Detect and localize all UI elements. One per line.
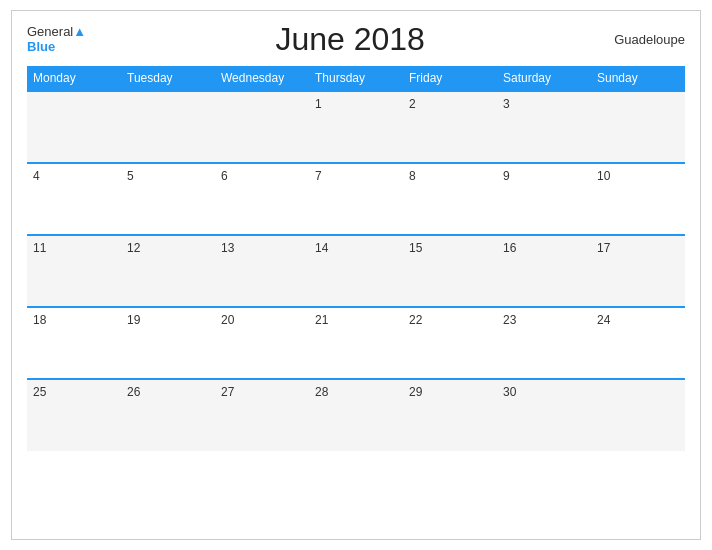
weekday-header-friday: Friday <box>403 66 497 91</box>
calendar-day <box>591 379 685 451</box>
weekday-row: MondayTuesdayWednesdayThursdayFridaySatu… <box>27 66 685 91</box>
calendar-region: Guadeloupe <box>614 32 685 47</box>
week-row-1: 45678910 <box>27 163 685 235</box>
day-number: 20 <box>221 313 234 327</box>
calendar-day <box>27 91 121 163</box>
day-number: 3 <box>503 97 510 111</box>
logo: General▲ Blue <box>27 25 86 54</box>
calendar-day: 18 <box>27 307 121 379</box>
week-row-3: 18192021222324 <box>27 307 685 379</box>
logo-blue: Blue <box>27 39 55 54</box>
calendar-day: 16 <box>497 235 591 307</box>
calendar-day <box>215 91 309 163</box>
calendar-grid: MondayTuesdayWednesdayThursdayFridaySatu… <box>27 66 685 451</box>
calendar-day: 11 <box>27 235 121 307</box>
calendar-day: 30 <box>497 379 591 451</box>
calendar-day: 12 <box>121 235 215 307</box>
calendar-day <box>591 91 685 163</box>
day-number: 25 <box>33 385 46 399</box>
weekday-header-monday: Monday <box>27 66 121 91</box>
day-number: 24 <box>597 313 610 327</box>
week-row-4: 252627282930 <box>27 379 685 451</box>
day-number: 9 <box>503 169 510 183</box>
calendar-day: 2 <box>403 91 497 163</box>
day-number: 11 <box>33 241 46 255</box>
day-number: 16 <box>503 241 516 255</box>
weekday-header-wednesday: Wednesday <box>215 66 309 91</box>
calendar-day: 19 <box>121 307 215 379</box>
day-number: 1 <box>315 97 322 111</box>
calendar-day: 9 <box>497 163 591 235</box>
calendar-day: 23 <box>497 307 591 379</box>
day-number: 28 <box>315 385 328 399</box>
day-number: 21 <box>315 313 328 327</box>
calendar-day: 13 <box>215 235 309 307</box>
day-number: 7 <box>315 169 322 183</box>
day-number: 12 <box>127 241 140 255</box>
day-number: 29 <box>409 385 422 399</box>
day-number: 18 <box>33 313 46 327</box>
day-number: 26 <box>127 385 140 399</box>
day-number: 2 <box>409 97 416 111</box>
calendar-weekday-header: MondayTuesdayWednesdayThursdayFridaySatu… <box>27 66 685 91</box>
calendar-day: 26 <box>121 379 215 451</box>
calendar-day: 1 <box>309 91 403 163</box>
calendar-day: 7 <box>309 163 403 235</box>
calendar-day: 14 <box>309 235 403 307</box>
calendar-day: 10 <box>591 163 685 235</box>
calendar-day: 6 <box>215 163 309 235</box>
calendar-container: General▲ Blue June 2018 Guadeloupe Monda… <box>11 10 701 540</box>
calendar-day: 24 <box>591 307 685 379</box>
calendar-day: 8 <box>403 163 497 235</box>
day-number: 13 <box>221 241 234 255</box>
calendar-title: June 2018 <box>275 21 424 58</box>
calendar-day: 28 <box>309 379 403 451</box>
week-row-2: 11121314151617 <box>27 235 685 307</box>
day-number: 10 <box>597 169 610 183</box>
logo-triangle-icon: ▲ <box>73 24 86 39</box>
calendar-header: General▲ Blue June 2018 Guadeloupe <box>27 21 685 58</box>
day-number: 19 <box>127 313 140 327</box>
calendar-day: 3 <box>497 91 591 163</box>
weekday-header-tuesday: Tuesday <box>121 66 215 91</box>
day-number: 5 <box>127 169 134 183</box>
calendar-day: 15 <box>403 235 497 307</box>
day-number: 14 <box>315 241 328 255</box>
week-row-0: 123 <box>27 91 685 163</box>
logo-text: General▲ Blue <box>27 25 86 54</box>
calendar-day: 25 <box>27 379 121 451</box>
calendar-day: 5 <box>121 163 215 235</box>
day-number: 4 <box>33 169 40 183</box>
weekday-header-saturday: Saturday <box>497 66 591 91</box>
day-number: 27 <box>221 385 234 399</box>
day-number: 15 <box>409 241 422 255</box>
calendar-day <box>121 91 215 163</box>
calendar-day: 17 <box>591 235 685 307</box>
day-number: 8 <box>409 169 416 183</box>
calendar-body: 1234567891011121314151617181920212223242… <box>27 91 685 451</box>
weekday-header-thursday: Thursday <box>309 66 403 91</box>
calendar-day: 20 <box>215 307 309 379</box>
day-number: 6 <box>221 169 228 183</box>
calendar-day: 22 <box>403 307 497 379</box>
day-number: 23 <box>503 313 516 327</box>
day-number: 17 <box>597 241 610 255</box>
day-number: 22 <box>409 313 422 327</box>
calendar-day: 21 <box>309 307 403 379</box>
calendar-day: 27 <box>215 379 309 451</box>
calendar-day: 4 <box>27 163 121 235</box>
calendar-day: 29 <box>403 379 497 451</box>
weekday-header-sunday: Sunday <box>591 66 685 91</box>
day-number: 30 <box>503 385 516 399</box>
